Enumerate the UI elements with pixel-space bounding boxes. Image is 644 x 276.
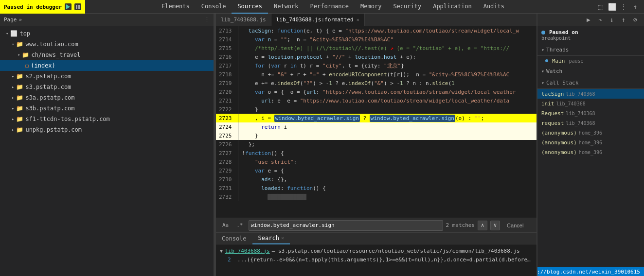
- console-match-row: 2 ...({return--e>0&&(n=t.apply(this,argu…: [220, 255, 533, 264]
- tab-network[interactable]: Network: [268, 0, 304, 14]
- code-line-2723: 2723 , i = window.byted_acrawler.sign ? …: [216, 114, 537, 122]
- tab-audits[interactable]: Audits: [478, 0, 510, 14]
- right-panel: ▶ ↷ ↓ ↑ ⊘ Paused on breakpoint ▾ Threads…: [537, 14, 644, 276]
- devtools-tabs: Elements Console Sources Network Perform…: [156, 0, 595, 14]
- callstack-list: tacSign lib_740368 init lib_740368 Reque…: [537, 89, 644, 267]
- top-toolbar: Paused in debugger Elements Console Sour…: [0, 0, 644, 14]
- left-panel-header: Page » ⋮: [0, 14, 214, 26]
- code-line-2713: 2713 tacSign: function(e, t) { e = "http…: [216, 26, 537, 35]
- callstack-item-anon1[interactable]: (anonymous) home_396: [537, 128, 644, 138]
- code-line-2717: 2717 for (var r in t) r = "city", t = {c…: [216, 61, 537, 70]
- step-over-button[interactable]: [74, 3, 81, 10]
- folder-icon-s2: 📁: [16, 73, 23, 80]
- tab-application[interactable]: Application: [427, 0, 477, 14]
- tree-item-unpkg[interactable]: ▸ 📁 unpkg.pstatp.com: [0, 124, 214, 135]
- code-line-2731: 2731 loaded: function() {: [216, 184, 537, 192]
- step-into-icon[interactable]: ↓: [607, 15, 617, 25]
- callstack-item-Request[interactable]: Request lib_740368: [537, 108, 644, 118]
- editor-search-bar: Aa .* 2 matches ∧ ∨ Cancel: [216, 218, 537, 232]
- code-line-2714: 2714 var n = ""; n = "&city=%E5%8C%97%E4…: [216, 35, 537, 44]
- threads-section-header[interactable]: ▾ Threads: [537, 44, 644, 56]
- code-line-2725: 2725 }: [216, 131, 537, 140]
- tree-item-sf1ttcdn[interactable]: ▸ 📁 sf1-ttcdn-tos.pstatp.com: [0, 114, 214, 124]
- next-match-button[interactable]: ∨: [490, 221, 500, 230]
- expand-icon-s3: ▸: [12, 85, 14, 89]
- watch-section-header[interactable]: ▾ Watch: [537, 66, 644, 77]
- editor-tab-lib-formatted[interactable]: lib_7403688.js:formatted ✕: [271, 14, 365, 26]
- callstack-item-init[interactable]: init lib_740368: [537, 99, 644, 108]
- code-line-2730: 2730 ads: {},: [216, 175, 537, 184]
- tab-elements[interactable]: Elements: [156, 0, 196, 14]
- callstack-item-request[interactable]: request lib_740368: [537, 118, 644, 128]
- breakpoint-sub-label: breakpoint: [541, 35, 640, 41]
- code-line-2724: 2724 return i: [216, 122, 537, 131]
- left-panel-menu[interactable]: ⋮: [204, 17, 210, 23]
- expand-icon: ▾: [6, 31, 8, 36]
- code-scroll[interactable]: 2713 tacSign: function(e, t) { e = "http…: [216, 26, 537, 218]
- resume-debugger-icon[interactable]: ▶: [584, 15, 593, 25]
- step-out-icon[interactable]: ↑: [619, 15, 628, 25]
- tree-item-toutiao[interactable]: ▾ 📁 www.toutiao.com: [0, 39, 214, 50]
- folder-icon-s3: 📁: [16, 84, 23, 90]
- status-url: https://blog.csdn.net/weixin_39010615: [537, 269, 640, 275]
- tab-memory[interactable]: Memory: [355, 0, 387, 14]
- main-layout: Page » ⋮ ▾ ⬜ top ▾ 📁 www.toutiao.com ▾: [0, 14, 644, 276]
- tree-item-index[interactable]: ◻ (index): [0, 60, 214, 71]
- callstack-section-header[interactable]: ▾ Call Stack: [537, 77, 644, 89]
- callstack-item-anon3[interactable]: (anonymous) home_396: [537, 147, 644, 157]
- tab-performance[interactable]: Performance: [304, 0, 355, 14]
- paused-label: Paused in debugger: [4, 4, 62, 10]
- bottom-tabs: Console Search ✕: [216, 233, 537, 244]
- expand-icon-s3a: ▸: [12, 95, 14, 100]
- expand-icon-ch: ▾: [18, 52, 20, 57]
- thread-main-item[interactable]: Main pause: [537, 56, 644, 66]
- code-line-2721: 2721 url: e e = "https://www.toutiao.com…: [216, 96, 537, 105]
- tab-console[interactable]: Console: [196, 0, 232, 14]
- callstack-item-tacSign[interactable]: tacSign lib_740368: [537, 89, 644, 99]
- settings-icon[interactable]: ⋮: [619, 2, 628, 12]
- right-header-icons: ▶ ↷ ↓ ↑ ⊘: [584, 15, 640, 25]
- device-icon[interactable]: ⬜: [607, 2, 617, 12]
- match-count: 2 matches: [446, 222, 475, 228]
- tree-item-s3apstatp[interactable]: ▸ 📁 s3a.pstatp.com: [0, 92, 214, 103]
- close-search-tab-icon[interactable]: ✕: [281, 235, 284, 241]
- deactivate-breakpoints-icon[interactable]: ⊘: [630, 15, 640, 25]
- resume-button[interactable]: [65, 3, 72, 10]
- code-area: 2713 tacSign: function(e, t) { e = "http…: [216, 26, 537, 232]
- tab-security[interactable]: Security: [387, 0, 427, 14]
- lib-file-link[interactable]: lib_7403688.js: [225, 248, 270, 254]
- folder-icon-unpkg: 📁: [16, 126, 23, 133]
- tree-item-s3pstatp[interactable]: ▸ 📁 s3.pstatp.com: [0, 82, 214, 92]
- editor-tab-lib[interactable]: lib_7403688.js: [216, 14, 271, 26]
- tree-item-ch-news-travel[interactable]: ▾ 📁 ch/news_travel: [0, 50, 214, 60]
- callstack-item-anon2[interactable]: (anonymous) home_396: [537, 138, 644, 147]
- thread-dot: [545, 59, 548, 62]
- more-icon[interactable]: ↑: [630, 2, 640, 12]
- code-table: 2713 tacSign: function(e, t) { e = "http…: [216, 26, 537, 201]
- prev-match-button[interactable]: ∧: [478, 221, 487, 230]
- cancel-search-button[interactable]: Cancel: [503, 221, 527, 230]
- code-line-2729: 2729 var e = {: [216, 166, 537, 175]
- tree-item-s2pstatp[interactable]: ▸ 📁 s2.pstatp.com: [0, 71, 214, 82]
- paused-on-label: Paused on: [541, 29, 640, 35]
- folder-icon-s3a: 📁: [16, 94, 23, 101]
- inspect-icon[interactable]: ⬚: [595, 2, 605, 12]
- tree-item-top[interactable]: ▾ ⬜ top: [0, 28, 214, 39]
- svg-marker-0: [66, 4, 70, 9]
- folder-icon-s3b: 📁: [16, 105, 23, 112]
- regex-toggle[interactable]: .*: [234, 221, 245, 230]
- expand-icon-s2: ▸: [12, 74, 14, 79]
- bottom-content: ▼ lib_7403688.js — s3.pstatp.com/toutiao…: [216, 244, 537, 276]
- code-line-2720: 2720 var o = { o = {url: "https://www.to…: [216, 87, 537, 96]
- expand-icon-unpkg: ▸: [12, 127, 14, 132]
- left-panel: Page » ⋮ ▾ ⬜ top ▾ 📁 www.toutiao.com ▾: [0, 14, 214, 276]
- editor-search-input[interactable]: [251, 222, 441, 228]
- step-over-debugger-icon[interactable]: ↷: [595, 15, 605, 25]
- tab-search-bottom[interactable]: Search ✕: [252, 233, 290, 244]
- tab-sources[interactable]: Sources: [232, 0, 268, 14]
- close-tab-icon[interactable]: ✕: [357, 17, 359, 22]
- match-case-toggle[interactable]: Aa: [220, 221, 231, 230]
- tree-item-s3bpstatp[interactable]: ▸ 📁 s3b.pstatp.com: [0, 103, 214, 114]
- tab-console-bottom[interactable]: Console: [216, 233, 252, 244]
- lib-file-path: — s3.pstatp.com/toutiao/resource/ntoutia…: [272, 248, 520, 254]
